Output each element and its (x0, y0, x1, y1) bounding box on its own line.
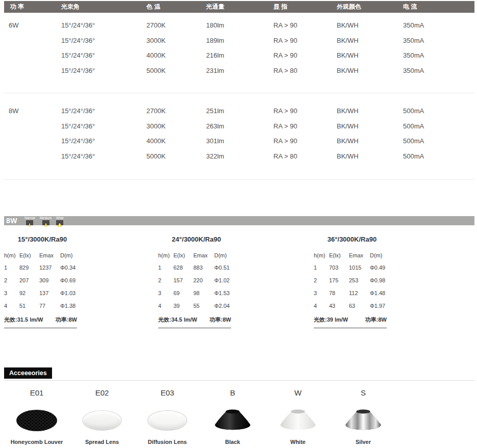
photometric-table: 15°/3000K/Ra90h(m)E(lx)EmaxD(m)18291237Φ… (4, 235, 85, 328)
spec-table-header: 功 率光束角色 温光通量显 指外观颜色电 流 (4, 1, 474, 13)
value-cell: 500mA (403, 119, 474, 134)
value-cell: 500mA (403, 103, 474, 119)
column-header: h(m) (314, 252, 329, 259)
power-cell: 8W (4, 103, 61, 119)
column-header: E(lx) (173, 252, 193, 259)
accessory-image-reflector-black (200, 405, 265, 436)
value-cell: 51 (19, 300, 39, 312)
value-cell: Φ1.38 (60, 300, 85, 312)
accessory-name: Silver (331, 439, 396, 445)
value-cell: Φ1.02 (214, 274, 239, 287)
accessory-image-honeycomb (4, 405, 69, 436)
value-cell: 43 (329, 300, 349, 312)
accessory-code: S (331, 388, 396, 398)
photometric-tables: 15°/3000K/Ra90h(m)E(lx)EmaxD(m)18291237Φ… (4, 235, 474, 328)
spread-lens-image (82, 410, 122, 431)
value-cell: Φ2.04 (214, 300, 239, 312)
value-cell: BK/WH (337, 119, 403, 134)
value-cell: RA > 90 (273, 119, 337, 134)
value-cell: 189lm (206, 33, 273, 48)
value-cell: 2700K (146, 103, 206, 119)
table-row: 2157220Φ1.02 (158, 274, 239, 287)
photometric-table-rows: 17031015Φ0.492175253Φ0.98378112Φ1.484436… (314, 261, 394, 312)
value-cell: RA > 90 (273, 48, 337, 63)
reflector-silver-image (345, 408, 382, 433)
table-row: 392137Φ1.03 (4, 287, 85, 300)
table-row: 1628883Φ0.51 (158, 261, 239, 274)
honeycomb-louver-image (16, 410, 57, 431)
value-cell: BK/WH (337, 18, 403, 33)
efficacy-label: 光效:34.5 lm/W (158, 316, 197, 324)
column-header: h(m) (158, 252, 173, 259)
beam-icon-label: Wide (56, 216, 64, 220)
value-cell: 78 (329, 287, 349, 300)
value-cell: 15°/24°/36° (61, 63, 146, 78)
accessory-image-lens (69, 405, 135, 436)
downlight-beam-icon (26, 220, 33, 225)
value-cell: BK/WH (337, 33, 403, 48)
accessories-title-tag: Acceeeories (4, 367, 52, 379)
accessory-code: E02 (69, 388, 135, 398)
table-row: 18291237Φ0.34 (4, 261, 85, 274)
value-cell: 829 (19, 261, 39, 274)
column-header: D(m) (60, 252, 85, 259)
value-cell: BK/WH (337, 48, 403, 63)
reflector-black-image (214, 408, 251, 433)
table-row: 378112Φ1.48 (314, 287, 394, 300)
value-cell: Φ0.98 (370, 274, 394, 287)
value-cell: BK/WH (337, 103, 403, 119)
value-cell: 3000K (146, 33, 206, 48)
value-cell: RA > 90 (273, 18, 337, 33)
value-cell: Φ0.34 (60, 261, 85, 274)
beam-icon-narrow: Narrow (24, 216, 35, 225)
beam-icon-medium: Medium (40, 216, 52, 225)
value-cell: 15°/24°/36° (61, 48, 146, 63)
power-label: 功率:8W (56, 316, 77, 324)
value-cell: 4 (158, 300, 173, 312)
beam-icon-wide: Wide (56, 216, 64, 225)
photometric-table-title: 36°/3000K/Ra90 (314, 235, 390, 244)
value-cell: 15°/24°/36° (61, 149, 146, 164)
value-cell: 216lm (206, 48, 273, 63)
value-cell: 2 (158, 274, 173, 287)
accessories-divider (4, 380, 474, 381)
section-separator (4, 179, 474, 180)
accessory-code: B (200, 388, 265, 398)
value-cell: 2700K (146, 18, 206, 33)
value-cell: 5000K (146, 149, 206, 164)
value-cell: 3 (314, 287, 329, 300)
spec-row: 15°/24°/36°5000K231lmRA > 80BK/WH350mA (4, 63, 474, 78)
power-cell (4, 33, 61, 48)
column-header: h(m) (4, 252, 19, 259)
accessory-name: Diffusion Lens (135, 439, 200, 445)
value-cell: Φ0.49 (370, 261, 394, 274)
reflector-white-image (280, 408, 316, 433)
accessory-name: Honeycomb Louver (4, 439, 69, 445)
value-cell: 350mA (403, 48, 474, 63)
value-cell: 4 (314, 300, 329, 312)
table-row: 36998Φ1.53 (158, 287, 239, 300)
beam-section-bar: 8W NarrowMediumWide (4, 216, 474, 225)
value-cell: 98 (193, 287, 214, 300)
value-cell: 63 (349, 300, 370, 312)
value-cell: 2 (4, 274, 19, 287)
value-cell: Φ1.03 (60, 287, 85, 300)
power-cell (4, 63, 61, 78)
power-label: 功率:8W (210, 316, 231, 324)
accessories-row: E01Honeycomb LouverE02Spread LensE03Diff… (4, 388, 474, 445)
accessory-image-lens-diff (135, 405, 200, 436)
value-cell: 4 (4, 300, 19, 312)
value-cell: 251lm (206, 103, 273, 119)
value-cell: 231lm (206, 63, 273, 78)
table-row: 45177Φ1.38 (4, 300, 85, 312)
downlight-beam-icon (42, 220, 49, 225)
value-cell: RA > 90 (273, 134, 337, 149)
value-cell: 703 (329, 261, 349, 274)
accessory-code: E01 (4, 388, 69, 398)
beam-angle-icons: NarrowMediumWide (24, 216, 64, 225)
value-cell: 220 (193, 274, 214, 287)
value-cell: 157 (173, 274, 193, 287)
value-cell: 180lm (206, 18, 273, 33)
power-cell (4, 48, 61, 63)
value-cell: 253 (349, 274, 370, 287)
